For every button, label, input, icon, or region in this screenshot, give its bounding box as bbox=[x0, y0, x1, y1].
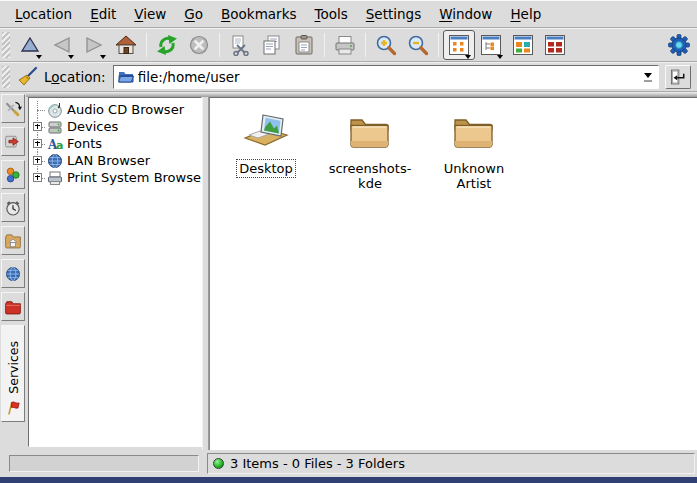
sidebar-tab-network[interactable] bbox=[1, 259, 25, 288]
menu-view[interactable]: View bbox=[125, 3, 175, 25]
file-screenshots-kde[interactable]: screenshots-kde bbox=[322, 107, 418, 193]
up-icon bbox=[19, 34, 41, 56]
sidebar-statusbar bbox=[0, 453, 204, 474]
lan-icon bbox=[47, 153, 63, 169]
file-label: Unknown Artist bbox=[426, 160, 522, 193]
stop-button[interactable] bbox=[183, 30, 215, 60]
toolbar-separator bbox=[146, 33, 147, 57]
menu-bookmarks[interactable]: Bookmarks bbox=[212, 3, 305, 25]
expander-plus-icon[interactable] bbox=[33, 173, 42, 182]
root-folder-icon bbox=[4, 298, 22, 316]
file-unknown-artist[interactable]: Unknown Artist bbox=[426, 107, 522, 193]
toolbar-handle[interactable] bbox=[2, 32, 10, 58]
copy-button[interactable] bbox=[256, 30, 288, 60]
status-row: 3 Items - 0 Files - 3 Folders bbox=[0, 450, 697, 477]
expander-plus-icon[interactable] bbox=[33, 122, 42, 131]
tree-item-label: LAN Browser bbox=[67, 153, 150, 168]
reload-button[interactable] bbox=[151, 30, 183, 60]
paste-button[interactable] bbox=[288, 30, 320, 60]
sidebar-tab-services[interactable]: Services bbox=[1, 325, 25, 422]
tree-item-label: Print System Browser bbox=[67, 170, 202, 185]
tree-guide bbox=[31, 169, 47, 186]
icon-view-icon bbox=[448, 34, 470, 56]
bookmarks-icon bbox=[4, 133, 22, 151]
chevron-down-icon bbox=[644, 73, 652, 78]
sidebar-tab-bookmarks[interactable] bbox=[1, 127, 25, 156]
zoom-out-button[interactable] bbox=[402, 30, 434, 60]
folder-open-icon bbox=[118, 69, 134, 85]
menu-window[interactable]: Window bbox=[430, 3, 501, 25]
configure-icon bbox=[4, 100, 22, 118]
clear-location-button[interactable] bbox=[14, 64, 42, 90]
back-button[interactable] bbox=[46, 30, 78, 60]
toolbar-handle[interactable] bbox=[2, 66, 10, 88]
svg-text:a: a bbox=[56, 139, 63, 152]
combo-dropdown-arrow[interactable] bbox=[639, 66, 656, 88]
expander-plus-icon[interactable] bbox=[33, 139, 42, 148]
paste-icon bbox=[293, 34, 315, 56]
main-toolbar bbox=[0, 28, 697, 62]
multicolumn-view-button[interactable] bbox=[507, 30, 539, 60]
print-icon bbox=[334, 34, 356, 56]
tree-view-button[interactable] bbox=[475, 30, 507, 60]
tree-item-lan-browser[interactable]: LAN Browser bbox=[31, 152, 201, 169]
tree-item-fonts[interactable]: AaFonts bbox=[31, 135, 201, 152]
dropdown-arrow-icon bbox=[36, 55, 42, 59]
sidebar-tab-applications[interactable] bbox=[1, 160, 25, 189]
icon-view-button[interactable] bbox=[443, 30, 475, 60]
menu-settings[interactable]: Settings bbox=[357, 3, 430, 25]
fonts-icon: Aa bbox=[47, 136, 63, 152]
folder-icon bbox=[450, 107, 498, 155]
file-desktop[interactable]: Desktop bbox=[218, 107, 314, 177]
go-button[interactable] bbox=[665, 65, 691, 89]
tree-view-icon bbox=[480, 34, 502, 56]
network-icon bbox=[4, 265, 22, 283]
statusbar: 3 Items - 0 Files - 3 Folders bbox=[207, 453, 695, 474]
sidebar-tab-home-folder[interactable] bbox=[1, 226, 25, 255]
history-icon bbox=[4, 199, 22, 217]
copy-icon bbox=[261, 34, 283, 56]
forward-button[interactable] bbox=[78, 30, 110, 60]
menu-go[interactable]: Go bbox=[175, 3, 212, 25]
tree-item-devices[interactable]: Devices bbox=[31, 118, 201, 135]
panel-splitter[interactable] bbox=[202, 97, 209, 450]
toolbar-separator bbox=[438, 33, 439, 57]
main-area: Services Audio CD BrowserDevicesAaFontsL… bbox=[0, 92, 697, 450]
print-button[interactable] bbox=[329, 30, 361, 60]
tree-item-label: Devices bbox=[67, 119, 118, 134]
tree-item-audio-cd-browser[interactable]: Audio CD Browser bbox=[31, 101, 201, 118]
menu-location[interactable]: Location bbox=[6, 3, 81, 25]
zoom-in-button[interactable] bbox=[370, 30, 402, 60]
home-folder-icon bbox=[4, 232, 22, 250]
detailed-list-view-button[interactable] bbox=[539, 30, 571, 60]
tree-guide bbox=[31, 135, 47, 152]
tree-guide bbox=[31, 101, 47, 118]
stop-icon bbox=[188, 34, 210, 56]
cut-icon bbox=[229, 34, 251, 56]
bottom-strip bbox=[0, 477, 697, 483]
up-button[interactable] bbox=[14, 30, 46, 60]
desktop-icon bbox=[242, 107, 290, 155]
cut-button[interactable] bbox=[224, 30, 256, 60]
konqueror-window: LocationEditViewGoBookmarksToolsSettings… bbox=[0, 0, 697, 483]
location-value[interactable]: file:/home/user bbox=[138, 69, 635, 85]
sidebar-tab-configure[interactable] bbox=[1, 94, 25, 123]
menu-tools[interactable]: Tools bbox=[306, 3, 357, 25]
back-icon bbox=[51, 34, 73, 56]
toolbar-separator bbox=[324, 33, 325, 57]
zoom-out-icon bbox=[407, 34, 429, 56]
konqueror-gear-button[interactable] bbox=[663, 30, 695, 60]
toolbar-separator bbox=[219, 33, 220, 57]
sidebar-tab-history[interactable] bbox=[1, 193, 25, 222]
location-combobox[interactable]: file:/home/user bbox=[113, 65, 659, 89]
location-toolbar: Location: file:/home/user bbox=[0, 62, 697, 92]
tree-item-print-system-browser[interactable]: Print System Browser bbox=[31, 169, 201, 186]
sidebar-tab-root-folder[interactable] bbox=[1, 292, 25, 321]
expander-plus-icon[interactable] bbox=[33, 156, 42, 165]
sidebar-tab-label: Services bbox=[6, 341, 21, 394]
file-label: screenshots-kde bbox=[322, 160, 418, 193]
menu-help[interactable]: Help bbox=[501, 3, 550, 25]
home-button[interactable] bbox=[110, 30, 142, 60]
menu-edit[interactable]: Edit bbox=[81, 3, 125, 25]
sidebar-tree-panel: Audio CD BrowserDevicesAaFontsLAN Browse… bbox=[28, 97, 202, 447]
